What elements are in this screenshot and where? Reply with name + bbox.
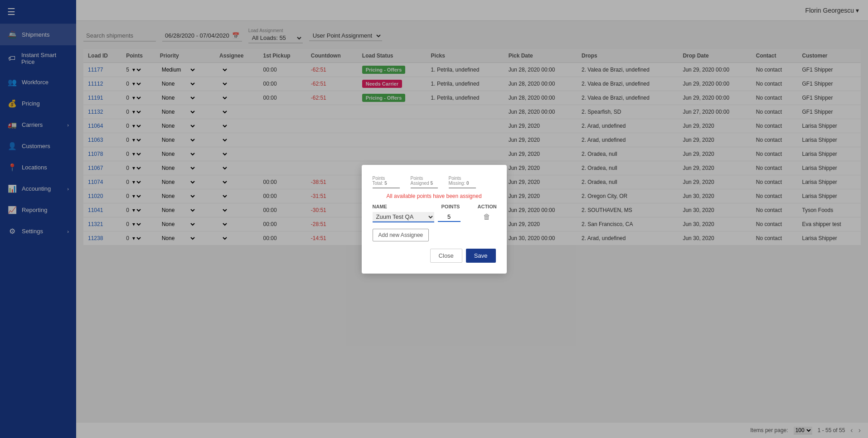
modal-col-points: POINTS	[441, 204, 478, 209]
modal-total-label: PointsTotal: 5	[373, 176, 400, 186]
modal-footer: Close Save	[373, 249, 496, 263]
modal-assigned-label: PointsAssigned 5	[411, 176, 438, 186]
modal-missing-label: PointsMissing: 0	[449, 176, 476, 186]
modal-assignee-row: Zuum Test QA 🗑	[373, 212, 496, 222]
delete-assignee-button[interactable]: 🗑	[478, 213, 496, 221]
modal-col-name: NAME	[373, 204, 441, 209]
modal-points-row: PointsTotal: 5 PointsAssigned 5 PointsMi…	[373, 176, 496, 188]
assignee-modal: PointsTotal: 5 PointsAssigned 5 PointsMi…	[362, 165, 507, 274]
assignee-points-input[interactable]	[438, 212, 461, 222]
add-assignee-button[interactable]: Add new Assignee	[373, 229, 429, 241]
save-button[interactable]: Save	[466, 249, 496, 263]
modal-assigned-message: All available points have been assigned	[373, 193, 496, 199]
assignee-name-select[interactable]: Zuum Test QA	[373, 212, 434, 222]
modal-assigned-points: PointsAssigned 5	[411, 176, 438, 188]
modal-missing-points: PointsMissing: 0	[449, 176, 476, 188]
close-button[interactable]: Close	[430, 249, 462, 263]
modal-overlay: PointsTotal: 5 PointsAssigned 5 PointsMi…	[0, 0, 868, 438]
modal-col-action: ACTION	[478, 204, 496, 209]
modal-column-headers: NAME POINTS ACTION	[373, 204, 496, 209]
modal-total-points: PointsTotal: 5	[373, 176, 400, 188]
